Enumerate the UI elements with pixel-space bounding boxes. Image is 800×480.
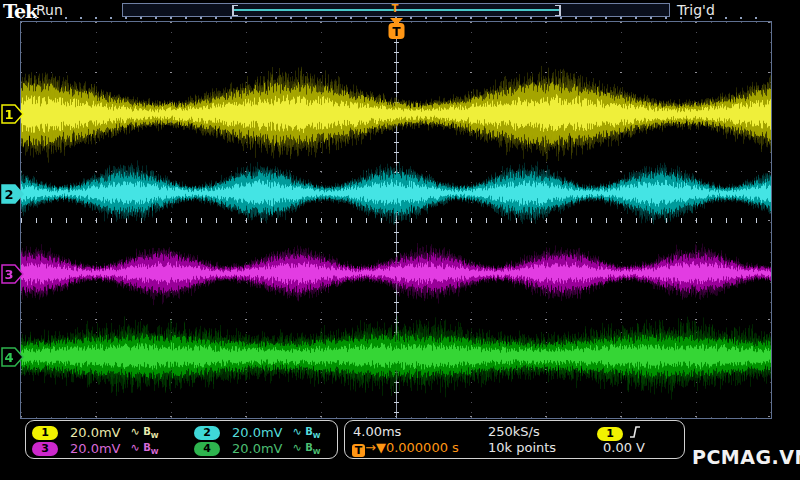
acquisition-status: Run: [36, 2, 63, 18]
ch2-scale: 20.0mV: [232, 425, 283, 440]
ch2-coupling-bw-icon: ∿ BW: [293, 425, 321, 440]
ch4-readout: 420.0mV∿ BW: [194, 440, 321, 456]
trigger-source-badge: 1: [597, 427, 623, 441]
trigger-position-icon: T: [392, 3, 399, 14]
trigger-t-icon: T: [352, 444, 365, 457]
ch3-badge: 3: [32, 442, 58, 456]
trigger-position-value: 0.000000 s: [386, 440, 459, 455]
svg-text:T: T: [392, 25, 401, 39]
channel-3-marker: 3: [1, 264, 25, 284]
ch1-readout: 120.0mV∿ BW: [32, 424, 159, 440]
ch4-coupling-bw-icon: ∿ BW: [293, 441, 321, 456]
ch2-readout: 220.0mV∿ BW: [194, 424, 321, 440]
channel-2-marker: 2: [1, 184, 25, 204]
svg-text:1: 1: [4, 107, 13, 122]
window-start-bracket: [232, 5, 238, 16]
trigger-flag-icon: T: [386, 17, 407, 43]
channel-4-marker: 4: [1, 347, 25, 367]
ch4-scale: 20.0mV: [232, 441, 283, 456]
ch2-badge: 2: [194, 426, 220, 440]
ch3-scale: 20.0mV: [70, 441, 121, 456]
graticule: [20, 21, 772, 419]
svg-text:2: 2: [4, 187, 13, 202]
watermark: PCMAG.VN: [692, 446, 800, 468]
rising-edge-icon: [627, 424, 643, 440]
waveform-canvas: [21, 22, 771, 418]
trigger-status: Trig'd: [677, 2, 715, 18]
channel-1-marker: 1: [1, 104, 25, 124]
sample-rate: 250kS/s: [488, 424, 540, 439]
window-end-bracket: [555, 5, 561, 16]
horizontal-trigger-readout-box: 4.00ms 250kS/s 1 T→▼0.000000 s 10k point…: [344, 420, 685, 459]
ch1-coupling-bw-icon: ∿ BW: [131, 425, 159, 440]
record-length: 10k points: [488, 440, 556, 455]
record-view-bar: T: [122, 3, 670, 17]
channel-readout-box: 120.0mV∿ BW 220.0mV∿ BW 320.0mV∿ BW 420.…: [25, 420, 338, 459]
horizontal-scale: 4.00ms: [353, 424, 401, 439]
trigger-source-readout: 1: [597, 424, 643, 441]
trigger-level: 0.00 V: [603, 440, 645, 455]
svg-text:3: 3: [4, 267, 13, 282]
svg-text:4: 4: [4, 350, 13, 365]
ch1-badge: 1: [32, 426, 58, 440]
ch1-scale: 20.0mV: [70, 425, 121, 440]
ch3-readout: 320.0mV∿ BW: [32, 440, 159, 456]
oscilloscope-screen: Tek Run Trig'd T T 1 2 3 4 120.0mV∿ BW 2…: [0, 0, 800, 480]
ch3-coupling-bw-icon: ∿ BW: [131, 441, 159, 456]
trigger-position-readout: T→▼0.000000 s: [352, 440, 459, 457]
ch4-badge: 4: [194, 442, 220, 456]
